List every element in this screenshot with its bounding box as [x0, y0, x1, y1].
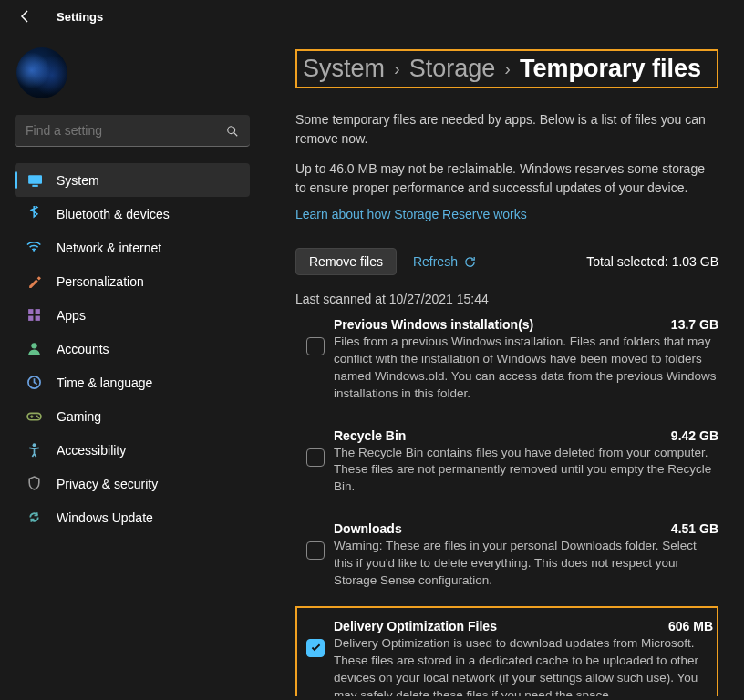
sidebar-item-accessibility[interactable]: Accessibility [15, 433, 250, 467]
svg-point-9 [31, 343, 36, 348]
sidebar-item-label: Bluetooth & devices [57, 207, 170, 221]
svg-rect-5 [28, 309, 33, 314]
file-size: 606 MB [668, 619, 713, 633]
file-item: Downloads4.51 GBWarning: These are files… [295, 510, 718, 604]
file-size: 13.7 GB [671, 317, 718, 332]
sidebar-item-personalization[interactable]: Personalization [15, 264, 250, 298]
breadcrumb-storage[interactable]: Storage [409, 55, 496, 83]
sidebar-item-label: Time & language [57, 376, 152, 390]
svg-rect-11 [27, 413, 41, 419]
sidebar-item-label: Apps [57, 308, 86, 323]
file-title: Downloads [334, 521, 402, 536]
svg-rect-8 [35, 316, 39, 321]
sidebar-item-label: Gaming [57, 409, 101, 424]
file-description: Warning: These are files in your persona… [334, 538, 718, 590]
breadcrumb: System›Storage›Temporary files [295, 49, 718, 88]
shield-icon [26, 476, 42, 492]
total-selected: Total selected: 1.03 GB [586, 254, 718, 269]
checkbox[interactable] [306, 448, 325, 467]
svg-point-13 [37, 417, 39, 418]
sidebar-item-network[interactable]: Network & internet [15, 231, 250, 264]
sidebar-item-privacy[interactable]: Privacy & security [15, 467, 250, 500]
sidebar-item-bluetooth[interactable]: Bluetooth & devices [15, 197, 250, 231]
file-title: Delivery Optimization Files [334, 619, 497, 633]
refresh-button[interactable]: Refresh [413, 254, 477, 269]
reserve-text: Up to 46.0 MB may not be reclaimable. Wi… [295, 160, 706, 198]
learn-link[interactable]: Learn about how Storage Reserve works [295, 207, 527, 221]
bluetooth-icon [26, 206, 42, 222]
svg-line-1 [234, 132, 238, 136]
file-size: 4.51 GB [671, 521, 718, 536]
avatar[interactable] [16, 47, 67, 98]
file-title: Previous Windows installation(s) [334, 317, 533, 332]
display-icon [26, 172, 42, 189]
sidebar-item-label: Personalization [57, 274, 144, 289]
svg-rect-6 [35, 309, 39, 314]
sidebar-item-time[interactable]: Time & language [15, 365, 250, 399]
game-icon [26, 408, 42, 425]
file-item: Previous Windows installation(s)13.7 GBF… [295, 306, 718, 417]
checkbox[interactable] [306, 541, 325, 560]
search-icon [226, 125, 239, 138]
sidebar-item-apps[interactable]: Apps [15, 298, 250, 332]
file-size: 9.42 GB [671, 428, 718, 443]
clock-icon [26, 375, 42, 391]
sidebar-item-label: Accessibility [57, 443, 126, 458]
sidebar-item-update[interactable]: Windows Update [15, 500, 250, 534]
refresh-label: Refresh [413, 254, 458, 269]
sidebar-item-system[interactable]: System [15, 163, 250, 197]
svg-rect-7 [28, 316, 33, 321]
file-item: Delivery Optimization Files606 MBDeliver… [305, 608, 713, 696]
sidebar-item-accounts[interactable]: Accounts [15, 332, 250, 365]
search-input[interactable] [15, 115, 250, 147]
file-description: Delivery Optimization is used to downloa… [334, 635, 713, 696]
back-button[interactable] [18, 9, 33, 24]
description-text: Some temporary files are needed by apps.… [295, 110, 706, 149]
sidebar-item-label: System [57, 173, 99, 188]
file-description: The Recycle Bin contains files you have … [334, 445, 718, 497]
refresh-icon [463, 255, 477, 269]
checkbox[interactable] [306, 337, 325, 355]
svg-point-12 [36, 415, 37, 417]
sidebar-item-label: Privacy & security [57, 477, 158, 491]
svg-point-4 [33, 250, 35, 252]
svg-point-14 [32, 443, 36, 447]
file-description: Files from a previous Windows installati… [334, 334, 718, 403]
sidebar-item-gaming[interactable]: Gaming [15, 399, 250, 433]
svg-point-0 [228, 126, 235, 133]
sidebar-item-label: Network & internet [57, 241, 161, 255]
sidebar-item-label: Windows Update [57, 510, 153, 525]
remove-files-button[interactable]: Remove files [295, 248, 397, 275]
checkbox[interactable] [306, 639, 325, 657]
chevron-right-icon: › [504, 58, 511, 79]
brush-icon [26, 273, 42, 290]
svg-rect-3 [32, 185, 37, 187]
file-item: Recycle Bin9.42 GBThe Recycle Bin contai… [295, 417, 718, 511]
apps-icon [26, 307, 42, 324]
chevron-right-icon: › [394, 58, 400, 79]
svg-rect-2 [28, 175, 42, 184]
sidebar-item-label: Accounts [57, 342, 109, 356]
breadcrumb-system[interactable]: System [303, 55, 385, 83]
last-scanned: Last scanned at 10/27/2021 15:44 [295, 292, 718, 306]
window-title: Settings [57, 10, 103, 24]
update-icon [26, 510, 42, 526]
wifi-icon [26, 240, 42, 256]
breadcrumb-temporary-files: Temporary files [520, 55, 701, 83]
person-icon [26, 341, 42, 357]
access-icon [26, 442, 42, 458]
file-title: Recycle Bin [334, 428, 406, 443]
